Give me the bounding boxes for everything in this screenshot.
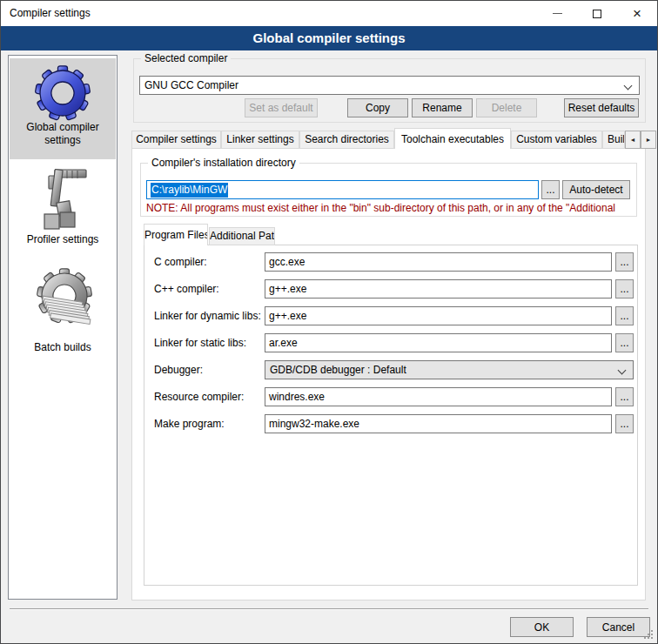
sidebar-item-global-compiler-settings[interactable]: Global compiler settings: [10, 58, 116, 159]
static-linker-browse-button[interactable]: ...: [615, 333, 634, 352]
c-compiler-label: C compiler:: [154, 256, 207, 268]
copy-button[interactable]: Copy: [347, 98, 408, 117]
resource-compiler-label: Resource compiler:: [154, 391, 244, 403]
caliper-icon: [35, 167, 91, 233]
debugger-value: GDB/CDB debugger : Default: [270, 364, 406, 376]
make-program-browse-button[interactable]: ...: [615, 414, 634, 433]
c-compiler-input[interactable]: gcc.exe: [265, 252, 612, 272]
cpp-compiler-browse-button[interactable]: ...: [615, 279, 634, 299]
selected-compiler-dropdown[interactable]: GNU GCC Compiler: [139, 76, 640, 95]
make-program-label: Make program:: [154, 418, 225, 430]
dynamic-linker-value: g++.exe: [269, 310, 306, 322]
tab-linker-settings[interactable]: Linker settings: [221, 131, 299, 149]
resource-compiler-browse-button[interactable]: ...: [615, 387, 634, 406]
cpp-compiler-value: g++.exe: [269, 283, 306, 295]
resize-grip[interactable]: [651, 637, 653, 639]
selected-compiler-group-label: Selected compiler: [141, 52, 231, 64]
make-program-input[interactable]: mingw32-make.exe: [265, 414, 612, 433]
dynamic-linker-input[interactable]: g++.exe: [265, 306, 612, 325]
compiler-settings-dialog: Compiler settings × Global compiler sett…: [0, 0, 658, 644]
window-title: Compiler settings: [10, 7, 91, 19]
debugger-dropdown[interactable]: GDB/CDB debugger : Default: [265, 360, 634, 379]
maximize-icon: [593, 10, 601, 18]
auto-detect-button[interactable]: Auto-detect: [562, 180, 630, 199]
tab-compiler-settings[interactable]: Compiler settings: [131, 131, 221, 149]
cpp-compiler-input[interactable]: g++.exe: [265, 279, 612, 299]
subtab-additional-paths[interactable]: Additional Paths: [209, 227, 275, 245]
sidebar-item-label: Global compiler settings: [10, 121, 116, 147]
sidebar-item-label: Batch builds: [10, 341, 116, 354]
delete-button[interactable]: Delete: [476, 98, 537, 117]
installation-directory-value: C:\raylib\MinGW: [151, 183, 228, 198]
static-linker-label: Linker for static libs:: [154, 337, 246, 349]
static-linker-value: ar.exe: [269, 337, 298, 349]
sidebar-item-batch-builds[interactable]: Batch builds: [10, 257, 116, 361]
sidebar-item-label: Profiler settings: [10, 233, 116, 246]
c-compiler-browse-button[interactable]: ...: [615, 252, 634, 272]
selected-compiler-value: GNU GCC Compiler: [144, 79, 238, 91]
chevron-down-icon: [624, 82, 633, 91]
dynamic-linker-label: Linker for dynamic libs:: [154, 310, 261, 322]
cancel-button[interactable]: Cancel: [587, 617, 650, 637]
set-as-default-button[interactable]: Set as default: [245, 98, 318, 117]
ok-button[interactable]: OK: [510, 617, 574, 637]
tab-scroll-left-button[interactable]: ◄: [625, 131, 641, 149]
cpp-compiler-label: C++ compiler:: [154, 283, 219, 295]
arrow-right-icon: ►: [646, 137, 652, 143]
resource-compiler-value: windres.exe: [269, 391, 325, 403]
reset-defaults-button[interactable]: Reset defaults: [564, 98, 639, 117]
titlebar: Compiler settings ×: [1, 1, 657, 26]
c-compiler-value: gcc.exe: [269, 256, 305, 268]
installation-directory-input[interactable]: C:\raylib\MinGW: [146, 180, 539, 199]
resource-compiler-input[interactable]: windres.exe: [265, 387, 612, 406]
close-button[interactable]: ×: [617, 1, 657, 26]
minimize-icon: [553, 13, 562, 14]
maximize-button[interactable]: [577, 1, 617, 26]
tab-build-options-clipped[interactable]: Build options: [602, 131, 625, 149]
installation-directory-group-label: Compiler's installation directory: [148, 157, 299, 169]
tab-scroll-right-button[interactable]: ►: [641, 131, 656, 149]
debugger-label: Debugger:: [154, 364, 203, 376]
dynamic-linker-browse-button[interactable]: ...: [615, 306, 634, 325]
tab-custom-variables[interactable]: Custom variables: [511, 131, 602, 149]
arrow-left-icon: ◄: [630, 137, 636, 143]
tab-toolchain-executables[interactable]: Toolchain executables: [394, 128, 511, 149]
page-title: Global compiler settings: [1, 26, 657, 50]
blue-gear-icon: [35, 65, 91, 121]
chevron-down-icon: [618, 366, 627, 375]
make-program-value: mingw32-make.exe: [269, 418, 359, 430]
sidebar-item-profiler-settings[interactable]: Profiler settings: [10, 159, 116, 257]
rename-button[interactable]: Rename: [412, 98, 473, 117]
close-icon: ×: [633, 6, 641, 21]
footer-separator: [10, 608, 648, 610]
tab-search-directories[interactable]: Search directories: [299, 131, 394, 149]
minimize-button[interactable]: [537, 1, 577, 26]
static-linker-input[interactable]: ar.exe: [265, 333, 612, 352]
subtab-program-files[interactable]: Program Files: [144, 224, 208, 245]
bin-subdirectory-note: NOTE: All programs must exist either in …: [146, 202, 634, 215]
gray-gear-stack-icon: [31, 266, 94, 341]
browse-directory-button[interactable]: ...: [541, 180, 560, 199]
settings-category-list: Global compiler settings: [8, 55, 118, 600]
